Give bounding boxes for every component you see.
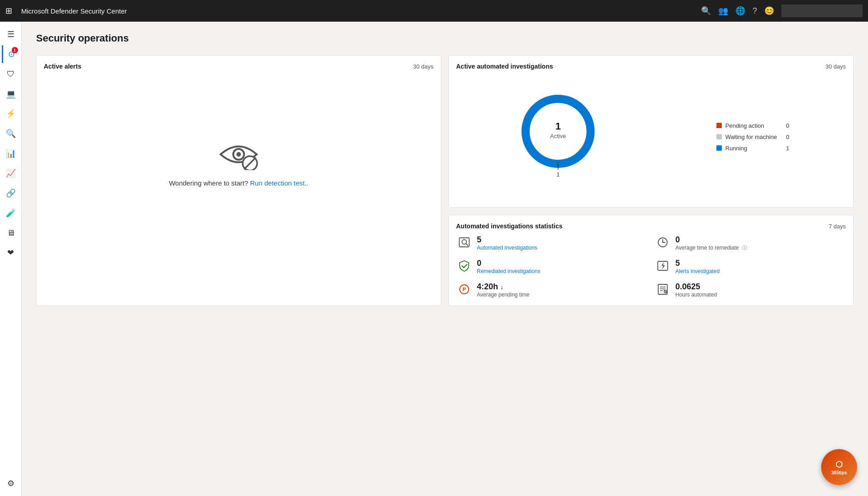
stat-remediated-content: 0 Remediated investigations bbox=[477, 259, 540, 274]
evaluation-icon: 🧪 bbox=[6, 208, 16, 218]
page-title: Security operations bbox=[36, 32, 854, 44]
sidebar-item-analytics[interactable]: 📈 bbox=[2, 164, 20, 182]
partners-icon: 🔗 bbox=[6, 188, 16, 198]
sidebar-item-dashboard[interactable]: ⊙ 1 bbox=[2, 45, 20, 63]
investigations-stats-card: Automated investigations statistics 7 da… bbox=[448, 215, 854, 306]
svg-line-12 bbox=[466, 244, 468, 246]
stat-alerts-investigated: 5 Alerts investigated bbox=[655, 259, 846, 275]
search-icon[interactable]: 🔍 bbox=[701, 6, 711, 16]
sidebar-item-shield[interactable]: 🛡 bbox=[2, 65, 20, 83]
active-investigations-title: Active automated investigations bbox=[456, 63, 553, 70]
active-investigations-header: Active automated investigations 30 days bbox=[456, 63, 846, 70]
legend-color-pending bbox=[716, 123, 722, 128]
legend-value-pending: 0 bbox=[786, 122, 789, 129]
tips-logo: ⬡ bbox=[836, 459, 843, 469]
devices-icon: 💻 bbox=[6, 89, 16, 99]
legend-item-pending: Pending action 0 bbox=[716, 122, 790, 129]
stat-remediated: 0 Remediated investigations bbox=[456, 259, 647, 275]
legend-item-running: Running 1 bbox=[716, 145, 790, 152]
active-alerts-title: Active alerts bbox=[44, 63, 81, 70]
help-icon[interactable]: ? bbox=[753, 6, 757, 16]
no-alerts-icon bbox=[218, 141, 259, 170]
active-alerts-header: Active alerts 30 days bbox=[44, 63, 434, 70]
sidebar-item-investigations[interactable]: 🔍 bbox=[2, 125, 20, 143]
donut-legend: Pending action 0 Waiting for machine 0 R… bbox=[716, 122, 790, 152]
health-icon: ❤ bbox=[7, 248, 14, 258]
settings-icon: ⚙ bbox=[7, 478, 14, 488]
legend-color-waiting bbox=[716, 134, 722, 139]
stats-period: 7 days bbox=[829, 223, 846, 230]
run-detection-link[interactable]: Run detection test.. bbox=[250, 179, 308, 187]
stat-alerts-inv-label[interactable]: Alerts investigated bbox=[675, 268, 720, 274]
analytics-icon: 📈 bbox=[6, 168, 16, 178]
account-icon[interactable]: 😊 bbox=[764, 6, 774, 16]
sidebar-item-menu[interactable]: ☰ bbox=[2, 25, 20, 43]
legend-label-running: Running bbox=[725, 145, 777, 152]
right-column: Active automated investigations 30 days bbox=[448, 55, 854, 306]
grid-icon[interactable]: ⊞ bbox=[5, 6, 12, 16]
sidebar-item-alerts[interactable]: ⚡ bbox=[2, 105, 20, 123]
stat-avg-time-number: 0 bbox=[675, 235, 747, 245]
sidebar-item-reports[interactable]: 📊 bbox=[2, 144, 20, 162]
active-alerts-period: 30 days bbox=[413, 63, 434, 70]
stat-hours-auto-content: 0.0625 Hours automated bbox=[675, 282, 717, 298]
stat-avg-pending-number: 4:20h ↓ bbox=[477, 282, 530, 292]
active-investigations-card: Active automated investigations 30 days bbox=[448, 55, 854, 208]
stat-auto-inv-label[interactable]: Automated investigations bbox=[477, 245, 537, 251]
globe-icon[interactable]: 🌐 bbox=[735, 6, 745, 16]
topbar-icons: 🔍 👥 🌐 ? 😊 bbox=[701, 5, 863, 17]
reports-icon: 📊 bbox=[6, 148, 16, 158]
topbar-search-input[interactable] bbox=[781, 5, 863, 17]
stat-avg-time: 0 Average time to remediate ⓘ bbox=[655, 235, 846, 251]
content-area: Security operations Active alerts 30 day… bbox=[22, 22, 868, 496]
active-alerts-card: Active alerts 30 days bbox=[36, 55, 441, 306]
stats-header: Automated investigations statistics 7 da… bbox=[456, 223, 846, 230]
stats-grid: 5 Automated investigations 0 Averag bbox=[456, 235, 846, 298]
stats-title: Automated investigations statistics bbox=[456, 223, 563, 230]
stat-hours-auto-number: 0.0625 bbox=[675, 282, 717, 292]
svg-text:1: 1 bbox=[555, 121, 560, 132]
svg-text:Active: Active bbox=[550, 133, 566, 139]
active-alerts-empty-state: Wondering where to start? Run detection … bbox=[44, 74, 434, 254]
sidebar-item-health[interactable]: ❤ bbox=[2, 244, 20, 262]
empty-text: Wondering where to start? Run detection … bbox=[169, 179, 308, 187]
stat-avg-pending: P 4:20h ↓ Average pending time bbox=[456, 282, 647, 298]
monitor-icon: 🖥 bbox=[7, 228, 15, 238]
shield-search-icon bbox=[456, 236, 472, 251]
legend-value-waiting: 0 bbox=[786, 134, 789, 140]
pending-icon: P bbox=[456, 283, 472, 298]
dashboard-badge: 1 bbox=[12, 47, 18, 53]
topbar: ⊞ Microsoft Defender Security Center 🔍 👥… bbox=[0, 0, 868, 22]
stat-hours-automated: 0.0625 Hours automated bbox=[655, 282, 846, 298]
sidebar-item-monitor[interactable]: 🖥 bbox=[2, 224, 20, 242]
report-icon bbox=[655, 283, 671, 298]
stat-avg-pending-content: 4:20h ↓ Average pending time bbox=[477, 282, 530, 298]
tips-bubble[interactable]: ⬡ 365tips bbox=[821, 449, 857, 485]
sidebar-item-partners[interactable]: 🔗 bbox=[2, 184, 20, 202]
legend-item-waiting: Waiting for machine 0 bbox=[716, 134, 790, 140]
sidebar: ☰ ⊙ 1 🛡 💻 ⚡ 🔍 📊 📈 🔗 🧪 🖥 bbox=[0, 22, 22, 496]
alerts-icon: ⚡ bbox=[6, 109, 16, 119]
sidebar-item-evaluation[interactable]: 🧪 bbox=[2, 204, 20, 222]
stat-remediated-number: 0 bbox=[477, 259, 540, 268]
info-icon[interactable]: ⓘ bbox=[742, 245, 747, 250]
stat-auto-investigations: 5 Automated investigations bbox=[456, 235, 647, 251]
feedback-icon[interactable]: 👥 bbox=[718, 6, 728, 16]
cards-grid: Active alerts 30 days bbox=[36, 55, 854, 306]
sidebar-item-settings[interactable]: ⚙ bbox=[2, 474, 20, 492]
sidebar-item-devices[interactable]: 💻 bbox=[2, 85, 20, 103]
stat-auto-inv-number: 5 bbox=[477, 235, 537, 245]
stat-avg-pending-label: Average pending time bbox=[477, 292, 530, 298]
stat-avg-time-label: Average time to remediate ⓘ bbox=[675, 245, 747, 251]
svg-text:1: 1 bbox=[556, 171, 559, 178]
stat-remediated-label[interactable]: Remediated investigations bbox=[477, 268, 540, 274]
pending-arrow-icon: ↓ bbox=[500, 283, 503, 291]
legend-label-pending: Pending action bbox=[725, 122, 777, 129]
stat-hours-auto-label: Hours automated bbox=[675, 292, 717, 298]
svg-text:P: P bbox=[462, 287, 466, 292]
lightning-icon bbox=[655, 260, 671, 275]
stat-auto-inv-content: 5 Automated investigations bbox=[477, 235, 537, 251]
stat-alerts-inv-number: 5 bbox=[675, 259, 720, 268]
donut-chart: 1 1 Active bbox=[513, 86, 603, 185]
legend-color-running bbox=[716, 145, 722, 151]
